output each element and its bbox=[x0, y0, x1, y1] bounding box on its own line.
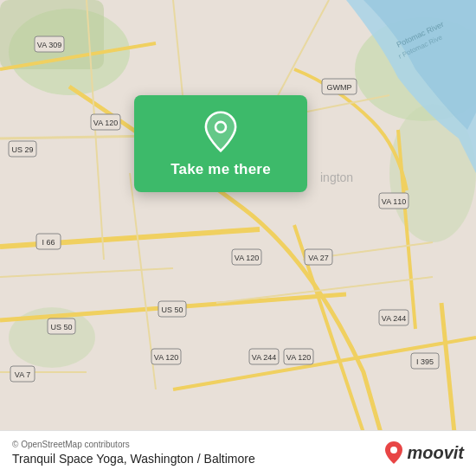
svg-text:VA 244: VA 244 bbox=[382, 314, 406, 323]
svg-text:VA 27: VA 27 bbox=[308, 254, 328, 262]
svg-point-61 bbox=[390, 447, 397, 453]
svg-text:VA 120: VA 120 bbox=[286, 353, 311, 362]
svg-text:VA 120: VA 120 bbox=[93, 119, 118, 127]
svg-text:VA 309: VA 309 bbox=[37, 41, 61, 49]
svg-text:US 50: US 50 bbox=[50, 323, 72, 331]
bottom-bar-info: © OpenStreetMap contributors Tranquil Sp… bbox=[12, 440, 255, 466]
take-me-there-label: Take me there bbox=[170, 161, 271, 178]
moovit-pin-icon bbox=[384, 441, 403, 465]
svg-text:VA 110: VA 110 bbox=[382, 197, 406, 206]
map-svg: VA 309 VA 120 VA 120 VA 120 VA 120 VA 12… bbox=[0, 0, 476, 476]
map-container: VA 309 VA 120 VA 120 VA 120 VA 120 VA 12… bbox=[0, 0, 476, 476]
svg-text:US 29: US 29 bbox=[11, 145, 33, 154]
location-name: Tranquil Space Yoga, Washington / Baltim… bbox=[12, 452, 255, 466]
svg-text:VA 120: VA 120 bbox=[154, 353, 178, 362]
svg-text:VA 120: VA 120 bbox=[235, 254, 259, 262]
osm-credit: © OpenStreetMap contributors bbox=[12, 440, 255, 449]
svg-text:GWMP: GWMP bbox=[327, 83, 352, 92]
svg-text:US 50: US 50 bbox=[161, 306, 183, 314]
location-pin-icon bbox=[200, 111, 241, 152]
moovit-logo: moovit bbox=[384, 441, 464, 465]
svg-text:ington: ington bbox=[320, 170, 353, 184]
moovit-text: moovit bbox=[407, 443, 464, 463]
svg-text:VA 244: VA 244 bbox=[252, 353, 276, 362]
svg-text:I 395: I 395 bbox=[416, 357, 434, 366]
svg-text:I 66: I 66 bbox=[42, 238, 55, 247]
location-card[interactable]: Take me there bbox=[134, 95, 307, 192]
svg-text:VA 7: VA 7 bbox=[15, 370, 30, 379]
bottom-bar: © OpenStreetMap contributors Tranquil Sp… bbox=[0, 430, 476, 476]
